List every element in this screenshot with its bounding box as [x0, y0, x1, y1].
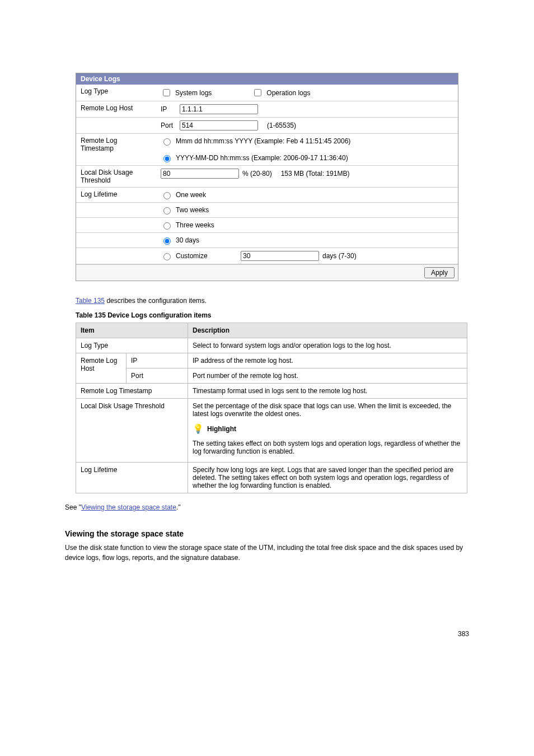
label-timestamp-mmm: Mmm dd hh:mm:ss YYYY (Example: Feb 4 11:… — [176, 137, 350, 145]
see-line: See "Viewing the storage space state." — [65, 502, 469, 512]
checkbox-system-logs[interactable] — [163, 89, 170, 96]
label-three-weeks: Three weeks — [176, 221, 214, 229]
label-system-logs: System logs — [175, 89, 212, 97]
cell-logtype-desc: Select to forward system logs and/or ope… — [188, 338, 467, 353]
th-desc: Description — [188, 323, 467, 338]
panel-title: Device Logs — [76, 73, 458, 85]
see-suffix: ." — [176, 503, 181, 511]
cell-remotehost-ip-desc: IP address of the remote log host. — [188, 353, 467, 368]
lifetime-empty3 — [76, 233, 156, 248]
input-disk-usage[interactable] — [161, 169, 239, 179]
timestamp-opt2-row: YYYY-MM-DD hh:mm:ss (Example: 2006-09-17… — [161, 153, 453, 162]
apply-button[interactable]: Apply — [424, 267, 455, 278]
cell-logtype-item: Log Type — [76, 338, 188, 353]
lifetime-empty1 — [76, 203, 156, 218]
table-row: Log Type Select to forward system logs a… — [76, 338, 467, 353]
label-remote-log-host: Remote Log Host — [76, 101, 156, 118]
cell-diskusage-item: Local Disk Usage Threshold — [76, 399, 188, 463]
table-row: Port Port number of the remote log host. — [76, 368, 467, 384]
radio-timestamp-mmm[interactable] — [163, 138, 171, 146]
table-caption-suffix: describes the configuration items. — [105, 297, 207, 305]
lifetime-oneweek-row: One week — [161, 190, 453, 199]
cell-remotets-item: Remote Log Timestamp — [76, 384, 188, 399]
lifetime-threeweeks-row: Three weeks — [161, 221, 453, 230]
diskusage-desc2: The setting takes effect on both system … — [193, 440, 462, 455]
label-customize: Customize — [176, 252, 237, 260]
section-heading: Viewing the storage space state — [65, 529, 534, 538]
table-row: Local Disk Usage Threshold Set the perce… — [76, 399, 467, 463]
label-empty-port — [76, 118, 156, 134]
radio-customize[interactable] — [163, 253, 171, 260]
cell-diskusage-desc: Set the percentage of the disk space tha… — [188, 399, 467, 463]
cell-lifetime-item: Log Lifetime — [76, 463, 188, 493]
lightbulb-icon: 💡 — [193, 423, 204, 434]
label-operation-logs: Operation logs — [266, 89, 310, 97]
label-port: Port — [161, 122, 176, 129]
table-row: Log Lifetime Specify how long logs are k… — [76, 463, 467, 493]
label-one-week: One week — [176, 191, 206, 199]
label-30-days: 30 days — [176, 236, 199, 244]
page-number: 383 — [0, 630, 469, 638]
table-row: Remote Log Timestamp Timestamp format us… — [76, 384, 467, 399]
see-link[interactable]: Viewing the storage space state — [81, 503, 176, 511]
label-disk-usage: Local Disk Usage Threshold — [76, 166, 156, 188]
label-port-range: (1-65535) — [267, 122, 296, 129]
radio-one-week[interactable] — [163, 192, 171, 199]
radio-three-weeks[interactable] — [163, 222, 171, 230]
th-item: Item — [76, 323, 188, 338]
cell-remotehost-port-sub: Port — [127, 368, 188, 384]
input-port[interactable] — [180, 120, 258, 130]
device-logs-form: Log Type System logs Operation logs Remo… — [76, 85, 458, 264]
radio-timestamp-yyyy[interactable] — [163, 155, 171, 162]
see-prefix: See " — [65, 503, 81, 511]
table-header-row: Item Description — [76, 323, 467, 338]
label-ip: IP — [161, 105, 176, 113]
panel-footer: Apply — [76, 264, 458, 281]
lifetime-empty4 — [76, 248, 156, 264]
section-paragraph: Use the disk state function to view the … — [65, 543, 469, 563]
log-type-row: System logs Operation logs — [161, 87, 453, 98]
label-disk-usage-info: 153 MB (Total: 191MB) — [281, 170, 350, 178]
label-log-lifetime: Log Lifetime — [76, 188, 156, 203]
label-disk-usage-suffix: % (20-80) — [242, 170, 272, 178]
cell-lifetime-desc: Specify how long logs are kept. Logs tha… — [188, 463, 467, 493]
caption-line: Table 135 describes the configuration it… — [76, 297, 534, 305]
timestamp-opt1-row: Mmm dd hh:mm:ss YYYY (Example: Feb 4 11:… — [161, 137, 453, 146]
label-two-weeks: Two weeks — [176, 206, 209, 214]
device-logs-panel: Device Logs Log Type System logs Operati… — [76, 73, 458, 281]
ip-row: IP — [161, 104, 453, 114]
disk-usage-row: % (20-80) 153 MB (Total: 191MB) — [161, 169, 453, 179]
checkbox-operation-logs[interactable] — [254, 89, 261, 96]
label-timestamp-yyyy: YYYY-MM-DD hh:mm:ss (Example: 2006-09-17… — [176, 154, 348, 162]
highlight-label: Highlight — [207, 425, 236, 433]
highlight-row: 💡 Highlight — [193, 423, 462, 434]
cell-remotehost-ip-sub: IP — [127, 353, 188, 368]
radio-two-weeks[interactable] — [163, 207, 171, 214]
radio-30-days[interactable] — [163, 237, 171, 245]
cell-remotets-desc: Timestamp format used in logs sent to th… — [188, 384, 467, 399]
lifetime-customize-row: Customize days (7-30) — [161, 251, 453, 261]
label-customize-suffix: days (7-30) — [322, 252, 357, 260]
port-row: Port (1-65535) — [161, 120, 453, 130]
description-table: Item Description Log Type Select to forw… — [76, 323, 467, 493]
table-row: Remote Log Host IP IP address of the rem… — [76, 353, 467, 368]
cell-remotehost-item: Remote Log Host — [76, 353, 127, 384]
lifetime-empty2 — [76, 218, 156, 233]
table-caption-link[interactable]: Table 135 — [76, 297, 105, 305]
table-title: Table 135 Device Logs configuration item… — [76, 311, 534, 319]
lifetime-twoweeks-row: Two weeks — [161, 206, 453, 214]
label-remote-timestamp: Remote Log Timestamp — [76, 134, 156, 166]
input-ip[interactable] — [180, 104, 258, 114]
cell-remotehost-port-desc: Port number of the remote log host. — [188, 368, 467, 384]
diskusage-desc1: Set the percentage of the disk space tha… — [193, 402, 462, 418]
input-customize-days[interactable] — [241, 251, 319, 261]
label-log-type: Log Type — [76, 85, 156, 101]
lifetime-30days-row: 30 days — [161, 236, 453, 245]
